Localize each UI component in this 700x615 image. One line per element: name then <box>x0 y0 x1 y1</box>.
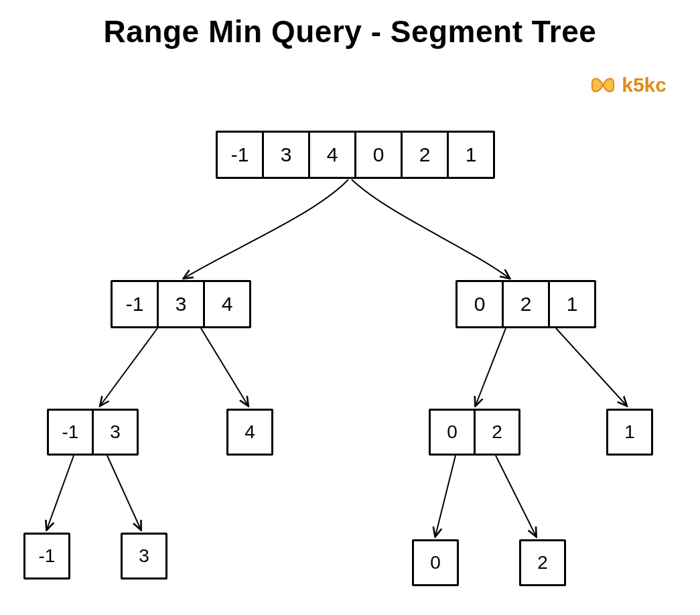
page-title: Range Min Query - Segment Tree <box>0 13 700 50</box>
node-rll: 0 <box>412 539 459 586</box>
cell: 2 <box>476 411 518 454</box>
cell: 2 <box>521 541 564 584</box>
node-lll: -1 <box>23 533 70 579</box>
brand-logo: k5kc <box>589 74 667 96</box>
node-right: 0 2 1 <box>456 280 596 328</box>
cell: -1 <box>49 411 94 454</box>
brand-text: k5kc <box>622 74 667 96</box>
node-rr: 1 <box>606 409 653 456</box>
cell: 0 <box>356 133 403 177</box>
cell: 0 <box>414 541 457 584</box>
node-rl: 0 2 <box>429 409 520 456</box>
cell: 0 <box>431 411 476 454</box>
node-llr: 3 <box>121 533 167 579</box>
cell: -1 <box>218 133 264 177</box>
cell: 2 <box>403 133 449 177</box>
node-rlr: 2 <box>519 539 566 586</box>
node-root: -1 3 4 0 2 1 <box>216 131 495 179</box>
cell: 1 <box>550 282 594 326</box>
node-ll: -1 3 <box>47 409 139 456</box>
cell: 3 <box>123 535 165 577</box>
cell: -1 <box>113 282 159 326</box>
cell: 4 <box>310 133 356 177</box>
cell: 0 <box>458 282 504 326</box>
cell: 1 <box>449 133 493 177</box>
diagram-canvas: Range Min Query - Segment Tree k5kc <box>0 0 700 615</box>
cell: 1 <box>608 411 651 454</box>
cell: 3 <box>264 133 310 177</box>
cell: -1 <box>25 535 68 577</box>
node-left: -1 3 4 <box>111 280 251 328</box>
cell: 3 <box>159 282 205 326</box>
cell: 2 <box>504 282 550 326</box>
cell: 3 <box>94 411 137 454</box>
cell: 4 <box>228 411 271 454</box>
cell: 4 <box>205 282 249 326</box>
butterfly-icon <box>589 75 616 95</box>
node-lr: 4 <box>226 409 273 456</box>
